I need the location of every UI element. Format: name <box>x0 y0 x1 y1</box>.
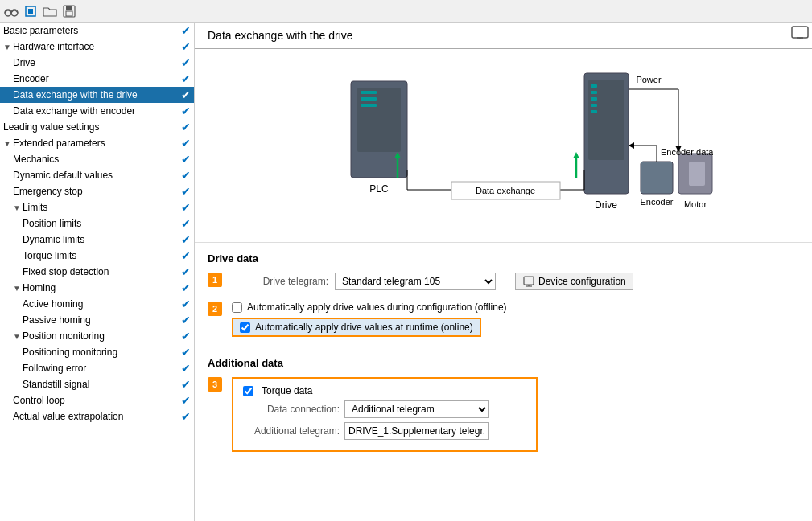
sidebar-item-emergency-stop[interactable]: Emergency stop ✔ <box>0 183 194 199</box>
torque-data-row: Torque data <box>243 385 526 396</box>
sidebar-item-data-exchange-encoder[interactable]: Data exchange with encoder ✔ <box>0 103 194 119</box>
device-config-button[interactable]: Device configuration <box>515 273 633 290</box>
step2-badge: 2 <box>208 302 222 316</box>
check-icon: ✔ <box>181 297 191 310</box>
svg-rect-4 <box>28 9 33 14</box>
svg-rect-7 <box>66 11 72 16</box>
svg-rect-25 <box>641 162 673 194</box>
save-icon[interactable] <box>61 3 77 19</box>
svg-marker-36 <box>573 152 579 158</box>
sidebar-item-standstill-signal[interactable]: Standstill signal ✔ <box>0 376 194 392</box>
check-icon: ✔ <box>181 137 191 150</box>
check-icon: ✔ <box>181 88 191 101</box>
torque-data-checkbox[interactable] <box>243 386 253 396</box>
sidebar-item-encoder[interactable]: Encoder ✔ <box>0 71 194 87</box>
additional-telegram-input[interactable] <box>344 422 489 440</box>
sidebar-item-basic-parameters[interactable]: Basic parameters ✔ <box>0 23 194 39</box>
check-icon: ✔ <box>181 121 191 133</box>
sidebar-item-drive[interactable]: Drive ✔ <box>0 55 194 71</box>
svg-text:Encoder data: Encoder data <box>661 147 713 157</box>
svg-rect-28 <box>689 162 705 186</box>
check-icon: ✔ <box>181 72 191 85</box>
glasses-icon[interactable] <box>3 3 19 19</box>
main-area: Basic parameters ✔ ▼ Hardware interface … <box>0 23 812 521</box>
toolbar <box>0 0 812 23</box>
sidebar-item-actual-value[interactable]: Actual value extrapolation ✔ <box>0 408 194 425</box>
svg-rect-20 <box>591 91 597 94</box>
sidebar-item-dynamic-limits[interactable]: Dynamic limits ✔ <box>0 232 194 248</box>
check-icon: ✔ <box>181 378 191 391</box>
sidebar-item-control-loop[interactable]: Control loop ✔ <box>0 392 194 408</box>
check-icon: ✔ <box>181 201 191 214</box>
auto-apply-offline-checkbox[interactable] <box>232 302 242 313</box>
check-icon: ✔ <box>181 217 191 230</box>
svg-text:Encoder: Encoder <box>640 197 673 207</box>
sidebar-item-leading-value[interactable]: Leading value settings ✔ <box>0 119 194 135</box>
diagram-area: PLC Drive Encoder Motor <box>195 49 812 242</box>
svg-text:Drive: Drive <box>594 199 616 211</box>
sidebar-item-data-exchange[interactable]: Data exchange with the drive ✔ <box>0 87 194 103</box>
sidebar-item-passive-homing[interactable]: Passive homing ✔ <box>0 312 194 328</box>
telegram-label: Drive telegram: <box>232 276 328 287</box>
sidebar-item-mechanics[interactable]: Mechanics ✔ <box>0 151 194 167</box>
sidebar-item-homing[interactable]: ▼ Homing ✔ <box>0 280 194 296</box>
sidebar-item-positioning-monitoring[interactable]: Positioning monitoring ✔ <box>0 344 194 360</box>
data-connection-select[interactable]: Additional telegram <box>344 400 489 418</box>
check-icon: ✔ <box>181 410 191 423</box>
sidebar-item-limits[interactable]: ▼ Limits ✔ <box>0 199 194 215</box>
check-icon: ✔ <box>181 169 191 182</box>
toggle-icon: ▼ <box>13 203 21 212</box>
check-icon: ✔ <box>181 40 191 53</box>
component-icon[interactable] <box>23 3 39 19</box>
check-icon: ✔ <box>181 185 191 198</box>
sidebar-item-dynamic-default[interactable]: Dynamic default values ✔ <box>0 167 194 183</box>
toggle-icon: ▼ <box>3 139 11 148</box>
drive-data-title: Drive data <box>208 252 799 265</box>
sidebar-item-extended-parameters[interactable]: ▼ Extended parameters ✔ <box>0 135 194 151</box>
auto-apply-online-checkbox[interactable] <box>240 322 250 333</box>
svg-text:Data exchange: Data exchange <box>476 186 535 195</box>
sidebar-item-active-homing[interactable]: Active homing ✔ <box>0 296 194 312</box>
drive-telegram-select[interactable]: Standard telegram 105 <box>335 273 496 290</box>
check-icon: ✔ <box>181 346 191 359</box>
check-icon: ✔ <box>181 56 191 69</box>
auto-apply-offline-label: Automatically apply drive values during … <box>247 302 507 313</box>
auto-apply-online-highlighted: Automatically apply drive values at runt… <box>232 318 481 337</box>
additional-telegram-row: Additional telegram: <box>243 422 526 440</box>
svg-text:PLC: PLC <box>369 183 389 195</box>
telegram-row: Drive telegram: Standard telegram 105 De… <box>232 273 799 290</box>
check-icon: ✔ <box>181 24 191 37</box>
step1-badge: 1 <box>208 273 222 287</box>
top-right-icon[interactable] <box>791 26 809 43</box>
svg-rect-22 <box>591 104 597 107</box>
step3-badge: 3 <box>208 377 222 392</box>
sidebar-item-position-limits[interactable]: Position limits ✔ <box>0 215 194 232</box>
additional-data-title: Additional data <box>208 357 799 369</box>
check-icon: ✔ <box>181 362 191 375</box>
folder-icon[interactable] <box>42 3 58 19</box>
svg-rect-23 <box>591 110 597 113</box>
svg-rect-14 <box>361 97 377 101</box>
additional-data-section: Additional data 3 Torque data Data conne… <box>195 347 812 462</box>
drive-data-section: Drive data 1 Drive telegram: Standard te… <box>195 242 812 347</box>
check-icon: ✔ <box>181 105 191 117</box>
sidebar-item-hardware-interface[interactable]: ▼ Hardware interface ✔ <box>0 39 194 55</box>
toggle-icon: ▼ <box>3 43 11 51</box>
svg-rect-13 <box>361 91 377 94</box>
check-icon: ✔ <box>181 265 191 278</box>
sidebar-item-fixed-stop[interactable]: Fixed stop detection ✔ <box>0 264 194 280</box>
toggle-icon: ▼ <box>13 284 21 293</box>
check-icon: ✔ <box>181 153 191 166</box>
sidebar: Basic parameters ✔ ▼ Hardware interface … <box>0 23 195 521</box>
svg-rect-21 <box>591 97 597 101</box>
svg-text:Motor: Motor <box>683 199 706 209</box>
sidebar-item-position-monitoring[interactable]: ▼ Position monitoring ✔ <box>0 328 194 344</box>
auto-apply-online-label: Automatically apply drive values at runt… <box>255 322 473 333</box>
sidebar-item-torque-limits[interactable]: Torque limits ✔ <box>0 248 194 264</box>
check-icon: ✔ <box>181 394 191 407</box>
device-config-label: Device configuration <box>538 276 626 287</box>
data-connection-label: Data connection: <box>243 404 340 415</box>
sidebar-item-following-error[interactable]: Following error ✔ <box>0 360 194 376</box>
svg-text:Power: Power <box>636 75 662 84</box>
data-connection-row: Data connection: Additional telegram <box>243 400 526 418</box>
